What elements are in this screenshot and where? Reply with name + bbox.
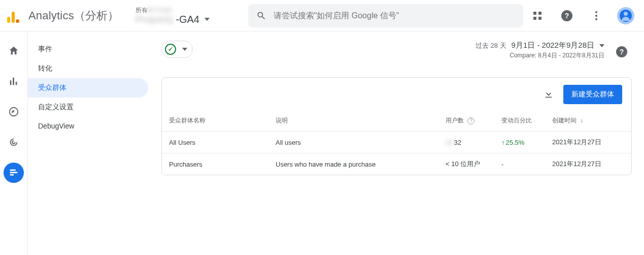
new-audience-button[interactable]: 新建受众群体: [563, 85, 622, 104]
configure-subnav: 事件 转化 受众群体 自定义设置 DebugView: [28, 31, 152, 255]
cell-change: -: [494, 153, 545, 175]
cell-created: 2021年12月27日: [545, 153, 631, 175]
cell-users: < 10 位用户: [438, 153, 494, 175]
property-selector[interactable]: 所有帐号名称 Property -GA4: [132, 6, 234, 26]
cell-name: Purchasers: [162, 153, 268, 175]
status-filter-pill[interactable]: ✓: [161, 41, 193, 58]
rail-explore[interactable]: [4, 102, 24, 122]
download-button[interactable]: [543, 88, 554, 101]
search-input[interactable]: [274, 11, 515, 20]
property-suffix: -GA4: [176, 14, 199, 25]
th-name[interactable]: 受众群体名称: [162, 110, 268, 132]
chevron-down-icon: [182, 48, 187, 51]
app-header: Analytics（分析） 所有帐号名称 Property -GA4 ?: [0, 0, 644, 31]
table-header-row: 受众群体名称 说明 用户数 ? 变动百分比 创建时间 ↓: [162, 110, 631, 132]
search-box[interactable]: [248, 4, 523, 27]
th-desc[interactable]: 说明: [268, 110, 438, 132]
rail-configure[interactable]: [4, 163, 24, 183]
date-compare-text: Compare: 8月4日 - 2022年8月31日: [476, 51, 604, 60]
check-circle-icon: ✓: [165, 44, 176, 55]
help-icon: ?: [561, 10, 572, 21]
help-icon: ?: [616, 46, 627, 57]
nav-rail: [0, 31, 28, 255]
audiences-table: 受众群体名称 说明 用户数 ? 变动百分比 创建时间 ↓: [162, 110, 631, 175]
date-range-text: 9月1日 - 2022年9月28日: [512, 41, 594, 50]
rail-advertising[interactable]: [4, 132, 24, 152]
app-title: Analytics（分析）: [28, 8, 119, 23]
help-icon[interactable]: ?: [467, 117, 474, 124]
chevron-down-icon: [599, 44, 604, 47]
audiences-card: 新建受众群体 受众群体名称 说明 用户数 ? 变动百分比 创建时间: [161, 77, 632, 175]
avatar-icon: [617, 7, 634, 24]
subnav-debugview[interactable]: DebugView: [28, 117, 148, 135]
table-row[interactable]: All Users All users 0032 25.5% 2021年12月2…: [162, 132, 631, 153]
cell-desc: Users who have made a purchase: [268, 153, 438, 175]
search-icon: [256, 11, 266, 21]
subnav-conversions[interactable]: 转化: [28, 59, 148, 78]
cell-name: All Users: [162, 132, 268, 153]
apps-launcher-button[interactable]: [527, 6, 548, 26]
main-content: ✓ 过去 28 天 9月1日 - 2022年9月28日 Compare: 8月4…: [152, 31, 644, 255]
rail-home[interactable]: [4, 41, 24, 61]
chevron-down-icon: [205, 18, 210, 21]
sort-down-icon: ↓: [580, 117, 583, 124]
date-prefix: 过去 28 天: [476, 41, 506, 50]
account-avatar-button[interactable]: [616, 6, 636, 26]
subnav-events[interactable]: 事件: [28, 40, 148, 59]
more-menu-button[interactable]: [586, 6, 606, 26]
cell-users: 0032: [438, 132, 494, 153]
th-change[interactable]: 变动百分比: [494, 110, 545, 132]
subnav-custom[interactable]: 自定义设置: [28, 98, 148, 117]
date-range-selector[interactable]: 过去 28 天 9月1日 - 2022年9月28日 Compare: 8月4日 …: [476, 41, 604, 60]
kebab-icon: [595, 11, 597, 20]
cell-desc: All users: [268, 132, 438, 153]
th-users[interactable]: 用户数 ?: [438, 110, 494, 132]
subnav-audiences[interactable]: 受众群体: [28, 78, 148, 98]
rail-reports[interactable]: [4, 71, 24, 91]
apps-grid-icon: [533, 12, 541, 20]
th-created[interactable]: 创建时间 ↓: [545, 110, 631, 132]
account-label: 所有: [135, 7, 148, 14]
analytics-logo-icon: [7, 9, 19, 23]
table-row[interactable]: Purchasers Users who have made a purchas…: [162, 153, 631, 175]
cell-change: 25.5%: [494, 132, 545, 153]
help-button[interactable]: ?: [557, 6, 577, 26]
page-help-button[interactable]: ?: [612, 42, 632, 62]
cell-created: 2021年12月27日: [545, 132, 631, 153]
